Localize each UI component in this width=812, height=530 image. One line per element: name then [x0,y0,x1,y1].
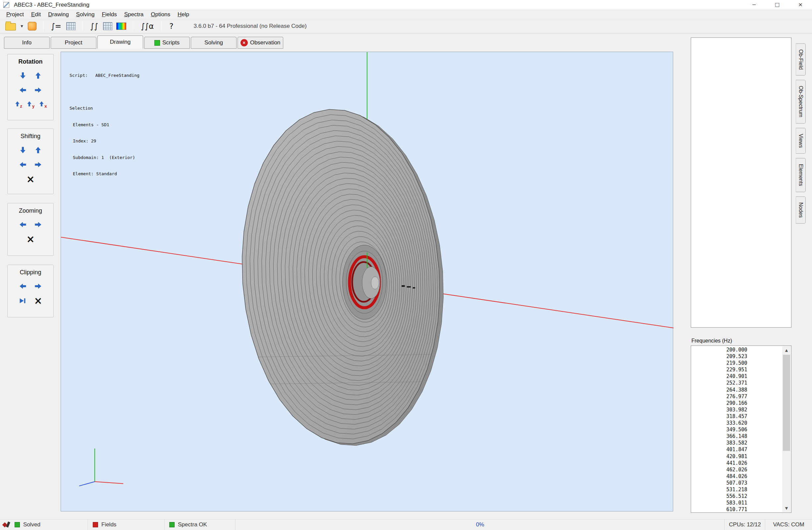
frequency-item[interactable]: 264.388 [692,386,782,393]
tab-info[interactable]: Info [4,37,50,49]
rotation-panel: Rotation z y x [7,54,54,120]
rotation-title: Rotation [8,58,53,65]
tab-project[interactable]: Project [51,37,97,49]
clip-back-button[interactable] [19,282,27,290]
open-dropdown-caret-icon[interactable]: ▼ [20,24,24,29]
frequency-item[interactable]: 484.026 [692,473,782,480]
frequency-item[interactable]: 583.011 [692,500,782,506]
menu-item[interactable]: Options [147,10,174,19]
clip-step-button[interactable] [18,297,27,305]
field-integral-icon[interactable]: ∫∫α [140,22,155,30]
frequencies-list: 200.000209.523219.500229.951240.901252.3… [692,347,782,512]
spectra-solve-icon[interactable]: ∫∫ [89,22,99,30]
frequency-item[interactable]: 507.073 [692,480,782,486]
shift-reset-button[interactable]: × [26,175,34,183]
frequency-item[interactable]: 303.982 [692,407,782,413]
menu-item[interactable]: Fields [98,10,120,19]
colormap-icon[interactable] [116,23,126,30]
frequency-item[interactable]: 200.000 [692,347,782,353]
frequency-item[interactable]: 229.951 [692,366,782,373]
zoom-in-button[interactable] [34,221,42,229]
selection-element-type: Element: Standard [73,171,140,177]
scrollbar-thumb[interactable] [783,355,790,451]
right-panel-tab[interactable]: Views [796,128,806,154]
spectra-status-icon [169,522,175,527]
open-project-icon[interactable] [5,23,16,30]
right-panel-tab[interactable]: Ob-Spectrum [796,80,806,123]
frequency-item[interactable]: 240.901 [692,373,782,380]
rotate-axis-button[interactable]: x [39,101,47,109]
frequency-item[interactable]: 610.771 [692,506,782,512]
zooming-title: Zooming [8,207,53,214]
solve-icon[interactable]: ∫= [50,22,62,30]
shift-right-button[interactable] [34,161,42,168]
frequencies-scrollbar[interactable]: ▲ ▼ [782,346,791,512]
frequency-item[interactable]: 383.582 [692,440,782,446]
frequency-item[interactable]: 556.512 [692,493,782,500]
frequency-item[interactable]: 209.523 [692,353,782,360]
help-icon[interactable]: ? [168,22,174,30]
frequency-item[interactable]: 349.506 [692,426,782,433]
frequency-item[interactable]: 333.620 [692,420,782,426]
drawing-viewport[interactable]: Script:ABEC_FreeStanding Selection Eleme… [61,52,673,512]
shift-down-button[interactable] [19,146,27,154]
toolbar: ▼ ∫= ∫∫ ∫∫α ? 3.6.0 b7 - 64 Professional… [0,19,812,33]
frequency-item[interactable]: 290.166 [692,400,782,407]
rotate-axis-button[interactable]: z [14,101,23,109]
rotate-up-button[interactable] [34,72,42,79]
viewport-script-info: Script:ABEC_FreeStanding Selection Eleme… [70,62,140,188]
menu-item[interactable]: Edit [28,10,44,19]
toolbar-separator [82,21,83,31]
clip-forward-button[interactable] [34,282,42,290]
zoom-out-button[interactable] [19,221,27,229]
tab-drawing[interactable]: Drawing [97,35,143,49]
shift-left-button[interactable] [19,161,27,168]
shift-up-button[interactable] [34,146,42,154]
frequency-item[interactable]: 462.026 [692,467,782,473]
clip-reset-button[interactable]: × [34,297,42,305]
scroll-up-icon[interactable]: ▲ [782,346,791,354]
right-panel-tab[interactable]: Ob-Field [796,43,806,75]
menu-item[interactable]: Spectra [120,10,147,19]
version-text: 3.6.0 b7 - 64 Professional (no Release C… [193,23,306,29]
frequency-item[interactable]: 318.457 [692,413,782,420]
reload-script-icon[interactable] [28,22,37,30]
tab-label: Solving [204,40,223,46]
tab-label: Scripts [162,40,179,46]
fields-status-text: Fields [101,521,116,528]
scroll-down-icon[interactable]: ▼ [782,504,791,512]
frequency-item[interactable]: 401.847 [692,446,782,453]
right-panel-tab[interactable]: Elements [796,158,806,192]
minimize-button[interactable]: − [742,0,766,10]
frequency-item[interactable]: 441.026 [692,460,782,467]
frequency-item[interactable]: 366.148 [692,433,782,440]
speaker-wireframe-model [61,52,673,512]
frequency-item[interactable]: 420.981 [692,453,782,460]
menu-item[interactable]: Help [174,10,193,19]
rotate-left-button[interactable] [19,86,27,94]
menu-item[interactable]: Drawing [44,10,72,19]
menu-item[interactable]: Project [3,10,28,19]
status-progress-section: 0% [235,519,725,530]
tab-observation[interactable]: × Observation [237,37,283,49]
rotate-right-button[interactable] [34,86,42,94]
zoom-reset-button[interactable]: × [26,235,34,243]
axis-arrow-icon [14,101,20,107]
rotate-axis-button[interactable]: y [26,101,34,109]
status-bar: Solved Fields Spectra OK 0% CPUs: 12/12 … [0,519,812,530]
frequency-item[interactable]: 531.218 [692,486,782,493]
title-bar: ABEC3 - ABEC_FreeStanding − □ × [0,0,812,10]
maximize-button[interactable]: □ [766,0,789,10]
rotate-down-button[interactable] [19,72,27,79]
scripts-status-icon [155,40,160,46]
close-button[interactable]: × [789,0,812,10]
frequency-item[interactable]: 252.371 [692,380,782,386]
menu-item[interactable]: Solving [73,10,98,19]
right-panel-tab[interactable]: Nodes [796,196,806,224]
tab-solving[interactable]: Solving [191,37,236,49]
mesh-icon[interactable] [66,22,75,30]
grid-icon[interactable] [103,22,112,30]
frequency-item[interactable]: 276.977 [692,393,782,400]
tab-scripts[interactable]: Scripts [144,37,190,49]
frequency-item[interactable]: 219.500 [692,360,782,366]
